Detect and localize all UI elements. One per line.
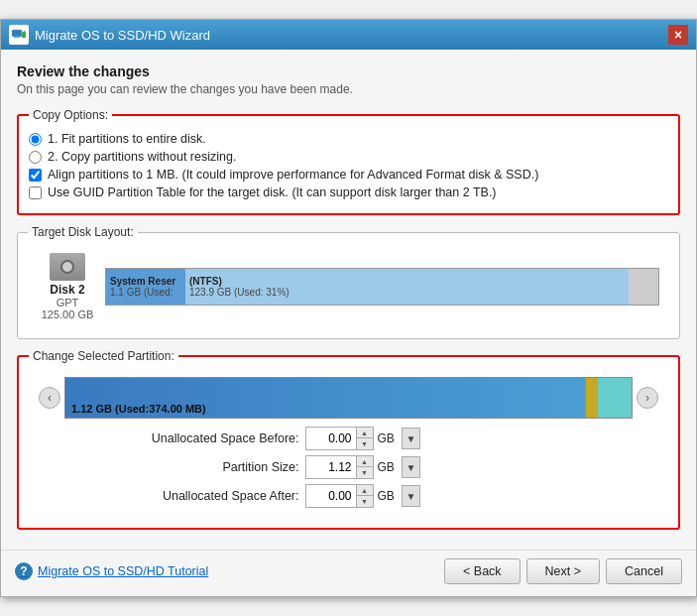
- unallocated-before-up[interactable]: ▲: [357, 428, 373, 438]
- partition-size-label: Partition Size:: [141, 460, 299, 474]
- left-arrow-button[interactable]: ‹: [39, 387, 60, 409]
- unallocated-after-field[interactable]: [306, 485, 356, 507]
- partition-seg-unalloc: [629, 269, 658, 305]
- change-partition-body: ‹ 1.12 GB (Used:374.00 MB) › Unallocated…: [29, 369, 668, 518]
- svg-rect-1: [14, 36, 20, 38]
- svg-rect-0: [12, 30, 22, 37]
- unallocated-before-spinner[interactable]: ▲ ▼: [305, 427, 374, 450]
- partition-seg-2-detail: 123.9 GB (Used: 31%): [189, 287, 625, 298]
- help-icon: ?: [15, 562, 33, 580]
- align-checkbox[interactable]: [29, 169, 42, 182]
- partition-size-unit-btn[interactable]: ▼: [402, 456, 421, 478]
- unallocated-after-unit-label: GB: [378, 489, 400, 503]
- main-window: Migrate OS to SSD/HD Wizard × Review the…: [0, 19, 697, 597]
- tutorial-link[interactable]: ? Migrate OS to SSD/HD Tutorial: [15, 562, 208, 580]
- guid-checkbox[interactable]: [29, 186, 42, 199]
- disk-type: GPT: [57, 297, 79, 308]
- unallocated-after-unit: GB ▼: [378, 485, 421, 507]
- unallocated-after-row: Unallocated Space After: ▲ ▼ GB: [141, 484, 557, 508]
- svg-rect-2: [22, 32, 26, 38]
- unallocated-after-arrows: ▲ ▼: [356, 485, 373, 507]
- unallocated-before-unit-label: GB: [378, 431, 400, 445]
- app-icon: [9, 25, 29, 45]
- unallocated-before-field[interactable]: [306, 428, 356, 449]
- partition-size-arrows: ▲ ▼: [356, 456, 373, 478]
- change-partition-section: Change Selected Partition: ‹ 1.12 GB (Us…: [17, 349, 680, 530]
- target-disk-section: Target Disk Layout: Disk 2 GPT 125.00 GB…: [17, 225, 680, 339]
- partition-seg-2-name: (NTFS): [189, 276, 625, 287]
- close-button[interactable]: ×: [668, 25, 688, 45]
- cancel-button[interactable]: Cancel: [606, 558, 682, 584]
- unallocated-before-label: Unallocated Space Before:: [141, 431, 299, 445]
- partition-fields: Unallocated Space Before: ▲ ▼ GB: [39, 427, 658, 508]
- copy-option-1-radio[interactable]: [29, 133, 42, 146]
- titlebar: Migrate OS to SSD/HD Wizard ×: [1, 20, 696, 50]
- partition-bar-label: 1.12 GB (Used:374.00 MB): [71, 403, 206, 415]
- copy-option-2-radio[interactable]: [29, 151, 42, 164]
- partition-size-down[interactable]: ▼: [357, 467, 373, 478]
- unallocated-after-up[interactable]: ▲: [357, 485, 373, 496]
- unallocated-before-row: Unallocated Space Before: ▲ ▼ GB: [141, 427, 557, 450]
- partition-size-row: Partition Size: ▲ ▼ GB: [141, 455, 557, 479]
- partition-seg-1-detail: 1.1 GB (Used:: [110, 287, 181, 298]
- unallocated-before-down[interactable]: ▼: [357, 438, 373, 449]
- partition-size-unit-label: GB: [378, 460, 400, 474]
- copy-option-1-label: 1. Fit partitions to entire disk.: [48, 132, 206, 146]
- partition-seg-1-name: System Reser: [110, 276, 181, 287]
- disk-size: 125.00 GB: [42, 308, 94, 320]
- copy-options-section: Copy Options: 1. Fit partitions to entir…: [17, 108, 680, 215]
- back-button[interactable]: < Back: [444, 558, 521, 584]
- disk-icon: [50, 253, 85, 281]
- unallocated-before-unit: GB ▼: [378, 428, 421, 449]
- partition-size-input-group: ▲ ▼ GB ▼: [305, 455, 421, 479]
- unallocated-before-unit-btn[interactable]: ▼: [402, 428, 421, 449]
- footer-buttons: < Back Next > Cancel: [444, 558, 682, 584]
- partition-free-fill: [598, 378, 632, 418]
- next-button[interactable]: Next >: [526, 558, 600, 584]
- footer: ? Migrate OS to SSD/HD Tutorial < Back N…: [1, 550, 696, 596]
- disk-row: Disk 2 GPT 125.00 GB System Reser 1.1 GB…: [38, 253, 659, 320]
- page-title: Review the changes: [17, 63, 680, 79]
- unallocated-after-spinner[interactable]: ▲ ▼: [305, 484, 374, 508]
- partition-bar: System Reser 1.1 GB (Used: (NTFS) 123.9 …: [105, 268, 659, 306]
- partition-size-field[interactable]: [306, 456, 356, 478]
- unallocated-after-input-group: ▲ ▼ GB ▼: [305, 484, 421, 508]
- partition-resize-bar-wrapper: ‹ 1.12 GB (Used:374.00 MB) ›: [39, 377, 658, 419]
- align-option[interactable]: Align partitions to 1 MB. (It could impr…: [29, 168, 668, 182]
- change-partition-legend: Change Selected Partition:: [29, 349, 178, 363]
- disk-info: Disk 2 GPT 125.00 GB: [38, 253, 97, 320]
- unallocated-after-label: Unallocated Space After:: [141, 489, 299, 503]
- partition-size-spinner[interactable]: ▲ ▼: [305, 455, 374, 479]
- guid-label: Use GUID Partition Table for the target …: [48, 185, 497, 199]
- guid-option[interactable]: Use GUID Partition Table for the target …: [29, 185, 668, 199]
- unallocated-after-down[interactable]: ▼: [357, 496, 373, 507]
- partition-size-up[interactable]: ▲: [357, 456, 373, 467]
- copy-option-1[interactable]: 1. Fit partitions to entire disk.: [29, 132, 668, 146]
- page-subtitle: On this page you can review the changes …: [17, 82, 680, 96]
- align-label: Align partitions to 1 MB. (It could impr…: [48, 168, 538, 182]
- partition-size-unit: GB ▼: [378, 456, 421, 478]
- target-disk-legend: Target Disk Layout:: [28, 225, 138, 239]
- wizard-content: Review the changes On this page you can …: [1, 50, 696, 550]
- unallocated-after-unit-btn[interactable]: ▼: [402, 485, 421, 507]
- unallocated-before-input-group: ▲ ▼ GB ▼: [305, 427, 421, 450]
- copy-option-2-label: 2. Copy partitions without resizing.: [48, 150, 236, 164]
- copy-option-2[interactable]: 2. Copy partitions without resizing.: [29, 150, 668, 164]
- right-arrow-button[interactable]: ›: [637, 387, 658, 409]
- partition-seg-1[interactable]: System Reser 1.1 GB (Used:: [106, 269, 185, 305]
- partition-seg-2[interactable]: (NTFS) 123.9 GB (Used: 31%): [185, 269, 629, 305]
- disk-label: Disk 2: [50, 283, 84, 297]
- copy-options-legend: Copy Options:: [29, 108, 112, 122]
- tutorial-link-text: Migrate OS to SSD/HD Tutorial: [38, 564, 208, 578]
- unallocated-before-arrows: ▲ ▼: [356, 428, 373, 449]
- partition-resize-bar[interactable]: 1.12 GB (Used:374.00 MB): [64, 377, 633, 419]
- titlebar-title: Migrate OS to SSD/HD Wizard: [35, 28, 662, 43]
- disk-layout: Disk 2 GPT 125.00 GB System Reser 1.1 GB…: [28, 245, 669, 328]
